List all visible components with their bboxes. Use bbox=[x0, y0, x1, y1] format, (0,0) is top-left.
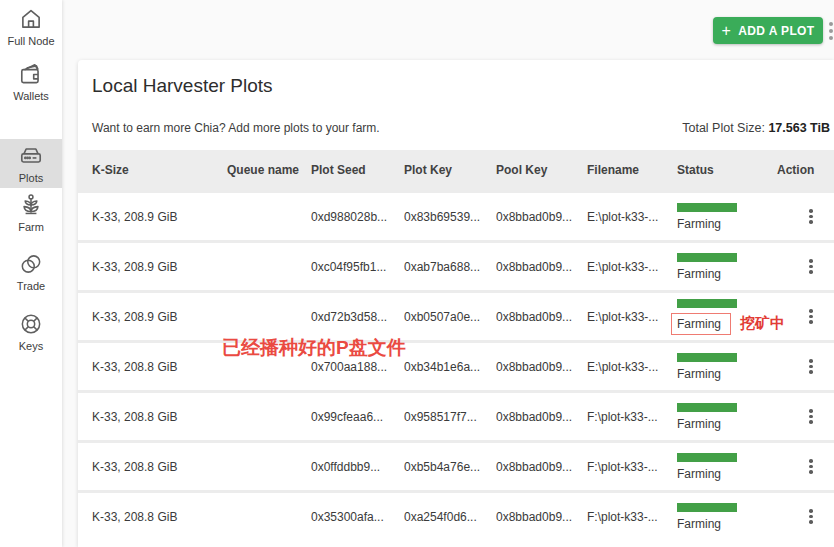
sidebar-item-label: Trade bbox=[17, 280, 45, 292]
cell-plot-key: 0xa254f0d6... bbox=[404, 510, 496, 524]
cell-pool-key: 0x8bbad0b9... bbox=[496, 210, 587, 224]
home-icon bbox=[18, 6, 44, 32]
cell-plot-seed: 0x700aa188... bbox=[311, 360, 404, 374]
wallet-icon bbox=[18, 61, 44, 87]
sidebar-item-plots[interactable]: Plots bbox=[0, 139, 62, 188]
cell-status: Farming bbox=[677, 503, 777, 531]
status-label: Farming bbox=[677, 267, 721, 281]
table-row: K-33, 208.9 GiB 0xd988028b... 0x83b69539… bbox=[78, 190, 834, 240]
column-header-pool-key: Pool Key bbox=[496, 163, 587, 177]
cell-pool-key: 0x8bbad0b9... bbox=[496, 460, 587, 474]
cell-filename: E:\plot-k33-... bbox=[587, 310, 677, 324]
row-actions-button[interactable] bbox=[777, 505, 834, 528]
cell-status: Farming bbox=[677, 453, 777, 481]
local-harvester-plots-card: Local Harvester Plots Want to earn more … bbox=[78, 60, 834, 547]
cell-k-size: K-33, 208.9 GiB bbox=[92, 210, 227, 224]
sidebar: Full Node Wallets Plots bbox=[0, 0, 62, 547]
sidebar-item-keys[interactable]: Keys bbox=[0, 311, 62, 361]
kebab-icon bbox=[805, 455, 817, 478]
table-row: K-33, 208.8 GiB 0x0ffddbb9... 0xb5b4a76e… bbox=[78, 440, 834, 490]
farming-progress-bar bbox=[677, 299, 737, 308]
kebab-icon bbox=[805, 355, 817, 378]
farming-progress-bar bbox=[677, 253, 737, 262]
status-label: Farming bbox=[677, 367, 721, 381]
cell-plot-key: 0xab7ba688... bbox=[404, 260, 496, 274]
kebab-icon bbox=[805, 255, 817, 278]
column-header-action: Action bbox=[777, 163, 834, 177]
column-header-k-size: K-Size bbox=[92, 163, 227, 177]
cell-filename: E:\plot-k33-... bbox=[587, 360, 677, 374]
farming-progress-bar bbox=[677, 453, 737, 462]
row-actions-button[interactable] bbox=[777, 405, 834, 428]
table-row: K-33, 208.9 GiB 0xc04f95fb1... 0xab7ba68… bbox=[78, 240, 834, 290]
sidebar-item-wallets[interactable]: Wallets bbox=[0, 61, 62, 111]
plant-icon bbox=[18, 192, 44, 218]
total-plot-size-value: 17.563 TiB bbox=[768, 121, 830, 135]
cell-plot-seed: 0xd988028b... bbox=[311, 210, 404, 224]
cell-k-size: K-33, 208.8 GiB bbox=[92, 360, 227, 374]
cell-pool-key: 0x8bbad0b9... bbox=[496, 510, 587, 524]
cell-filename: E:\plot-k33-... bbox=[587, 260, 677, 274]
row-actions-button[interactable] bbox=[777, 205, 834, 228]
sidebar-item-label: Farm bbox=[18, 221, 44, 233]
cell-plot-key: 0xb34b1e6a... bbox=[404, 360, 496, 374]
row-actions-button[interactable] bbox=[777, 455, 834, 478]
column-header-plot-key: Plot Key bbox=[404, 163, 496, 177]
cell-pool-key: 0x8bbad0b9... bbox=[496, 410, 587, 424]
cell-plot-key: 0x83b69539... bbox=[404, 210, 496, 224]
row-actions-button[interactable] bbox=[777, 355, 834, 378]
table-row: K-33, 208.8 GiB 0x700aa188... 0xb34b1e6a… bbox=[78, 340, 834, 390]
total-plot-size: Total Plot Size: 17.563 TiB bbox=[682, 121, 830, 135]
sidebar-item-trade[interactable]: Trade bbox=[0, 251, 62, 300]
farming-progress-bar bbox=[677, 503, 737, 512]
cell-filename: E:\plot-k33-... bbox=[587, 210, 677, 224]
add-a-plot-button[interactable]: + ADD A PLOT bbox=[713, 17, 823, 44]
kebab-icon bbox=[805, 505, 817, 528]
cell-pool-key: 0x8bbad0b9... bbox=[496, 310, 587, 324]
cell-status: Farming bbox=[677, 403, 777, 431]
cell-k-size: K-33, 208.9 GiB bbox=[92, 310, 227, 324]
subtitle: Want to earn more Chia? Add more plots t… bbox=[92, 121, 380, 135]
cell-plot-key: 0xb5b4a76e... bbox=[404, 460, 496, 474]
status-label: Farming bbox=[671, 313, 731, 335]
row-actions-button[interactable] bbox=[777, 305, 834, 328]
status-label: Farming bbox=[677, 217, 721, 231]
farming-progress-bar bbox=[677, 203, 737, 212]
table-row: K-33, 208.9 GiB 0xd72b3d58... 0xb0507a0e… bbox=[78, 290, 834, 340]
kebab-icon bbox=[805, 405, 817, 428]
cell-plot-seed: 0xd72b3d58... bbox=[311, 310, 404, 324]
column-header-queue-name: Queue name bbox=[227, 163, 311, 177]
cell-plot-seed: 0x0ffddbb9... bbox=[311, 460, 404, 474]
status-label: Farming bbox=[677, 467, 721, 481]
cell-pool-key: 0x8bbad0b9... bbox=[496, 260, 587, 274]
row-actions-button[interactable] bbox=[777, 255, 834, 278]
sidebar-item-full-node[interactable]: Full Node bbox=[0, 6, 62, 54]
sidebar-item-farm[interactable]: Farm bbox=[0, 192, 62, 242]
status-label: Farming bbox=[677, 417, 721, 431]
cell-filename: F:\plot-k33-... bbox=[587, 410, 677, 424]
kebab-icon bbox=[805, 205, 817, 228]
cell-plot-seed: 0x99cfeaa6... bbox=[311, 410, 404, 424]
cell-k-size: K-33, 208.9 GiB bbox=[92, 260, 227, 274]
farming-progress-bar bbox=[677, 403, 737, 412]
cell-status: Farming bbox=[677, 253, 777, 281]
cell-plot-key: 0xb0507a0e... bbox=[404, 310, 496, 324]
cell-plot-seed: 0x35300afa... bbox=[311, 510, 404, 524]
cell-filename: F:\plot-k33-... bbox=[587, 460, 677, 474]
sidebar-item-label: Keys bbox=[19, 340, 43, 352]
sidebar-item-label: Plots bbox=[19, 172, 43, 184]
toolbar-kebab-icon[interactable] bbox=[829, 22, 833, 40]
wheel-icon bbox=[18, 311, 44, 337]
column-header-plot-seed: Plot Seed bbox=[311, 163, 404, 177]
red-annotation-text: 已经播种好的P盘文件 bbox=[222, 335, 406, 361]
cell-k-size: K-33, 208.8 GiB bbox=[92, 460, 227, 474]
plus-icon: + bbox=[721, 23, 731, 39]
cell-status: Farming 挖矿中 bbox=[677, 299, 777, 335]
page-title: Local Harvester Plots bbox=[92, 75, 273, 97]
cell-filename: F:\plot-k33-... bbox=[587, 510, 677, 524]
column-header-filename: Filename bbox=[587, 163, 677, 177]
cell-plot-seed: 0xc04f95fb1... bbox=[311, 260, 404, 274]
table-row: K-33, 208.8 GiB 0x35300afa... 0xa254f0d6… bbox=[78, 490, 834, 540]
farming-progress-bar bbox=[677, 353, 737, 362]
cell-pool-key: 0x8bbad0b9... bbox=[496, 360, 587, 374]
